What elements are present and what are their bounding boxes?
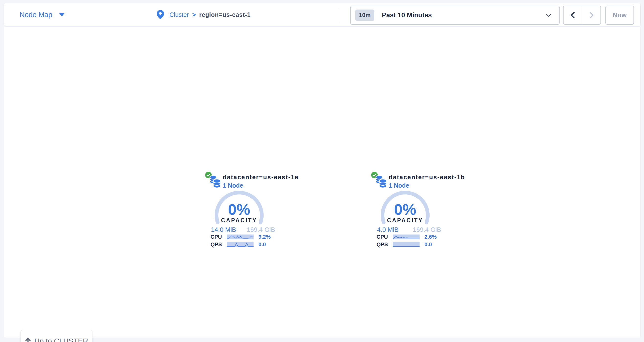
qps-value: 0.0 [258,241,266,248]
caret-down-icon [59,13,64,16]
cpu-label: CPU [376,234,393,240]
chevron-left-icon [570,11,576,19]
header-bar: Node Map Cluster > region=us-east-1 10m … [4,3,640,26]
time-range-badge: 10m [355,9,374,21]
now-button-label: Now [613,11,627,19]
node-map-canvas: datacenter=us-east-1a 1 Node 0% CAPACITY… [4,27,640,338]
qps-label: QPS [210,241,227,248]
cpu-metric-row: CPU 9.2% [210,234,279,240]
chevron-down-icon [546,14,551,17]
capacity-label: CAPACITY [212,217,266,224]
header-divider [339,8,339,22]
up-to-cluster-button[interactable]: Up to CLUSTER [20,330,92,342]
capacity-total: 169.4 GiB [247,226,275,234]
time-range-dropdown[interactable]: 10m Past 10 Minutes [350,5,560,25]
breadcrumb-separator: > [192,11,196,18]
datacenter-title: datacenter=us-east-1a [223,174,299,181]
capacity-values: 4.0 MiB 169.4 GiB [377,226,441,234]
qps-sparkline [393,242,420,247]
cpu-sparkline [393,235,420,239]
qps-label: QPS [376,241,393,248]
cpu-value: 9.2% [258,234,271,240]
datacenter-card-us-east-1a[interactable]: datacenter=us-east-1a 1 Node 0% CAPACITY… [205,171,281,250]
cpu-metric-row: CPU 2.6% [376,234,445,240]
datacenter-node-count: 1 Node [223,182,243,189]
qps-metric-row: QPS 0.0 [210,241,279,248]
capacity-label: CAPACITY [378,217,432,224]
capacity-used: 4.0 MiB [377,226,398,234]
now-button[interactable]: Now [605,5,634,25]
datacenter-node-count: 1 Node [389,182,409,189]
capacity-percent: 0% [212,201,266,218]
time-prev-button[interactable] [564,6,582,24]
cpu-value: 2.6% [424,234,437,240]
qps-value: 0.0 [424,241,432,248]
datacenter-card-us-east-1b[interactable]: datacenter=us-east-1b 1 Node 0% CAPACITY… [371,171,447,250]
database-stack-icon [375,175,387,188]
time-range-label: Past 10 Minutes [382,11,432,19]
qps-metric-row: QPS 0.0 [376,241,445,248]
capacity-total: 169.4 GiB [413,226,441,234]
time-next-button[interactable] [582,6,600,24]
time-nav-control [563,5,601,25]
capacity-values: 14.0 MiB 169.4 GiB [211,226,275,234]
datacenter-title: datacenter=us-east-1b [389,174,465,181]
capacity-used: 14.0 MiB [211,226,236,234]
arrow-up-icon [25,338,31,342]
database-stack-icon [209,175,221,188]
cpu-label: CPU [210,234,227,240]
capacity-percent: 0% [378,201,432,218]
location-pin-icon [157,10,164,19]
view-selector-label: Node Map [20,11,52,19]
qps-sparkline [227,242,254,247]
view-selector-dropdown[interactable]: Node Map [20,3,64,26]
breadcrumb-current: region=us-east-1 [199,11,250,18]
breadcrumb-cluster-link[interactable]: Cluster [170,11,189,18]
chevron-right-icon [588,11,594,19]
cpu-sparkline [227,235,254,239]
breadcrumb: Cluster > region=us-east-1 [157,3,250,26]
up-to-cluster-label: Up to CLUSTER [34,337,88,342]
